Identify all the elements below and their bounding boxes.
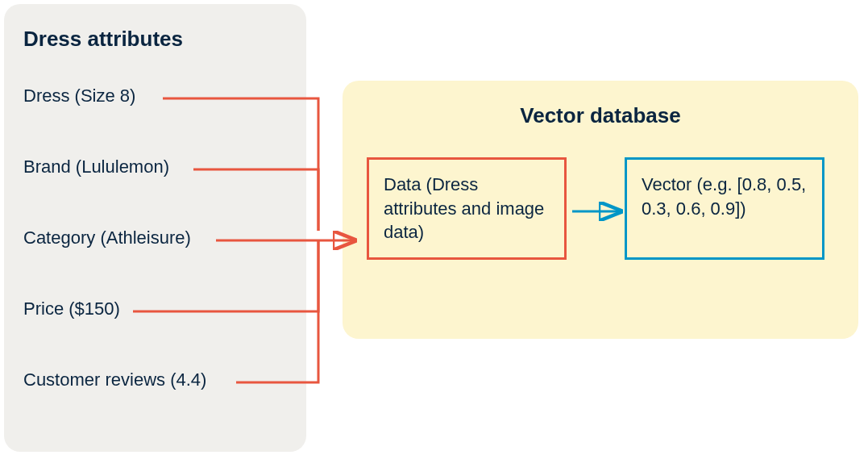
attributes-title: Dress attributes [23,27,287,52]
attr-item-reviews: Customer reviews (4.4) [23,369,287,390]
boxes-row: Data (Dress attributes and image data) V… [367,157,834,260]
attributes-panel: Dress attributes Dress (Size 8) Brand (L… [4,4,306,452]
attr-item-category: Category (Athleisure) [23,228,287,248]
data-box: Data (Dress attributes and image data) [367,157,567,260]
attr-item-brand: Brand (Lululemon) [23,157,287,177]
vector-box: Vector (e.g. [0.8, 0.5, 0.3, 0.6, 0.9]) [625,157,824,260]
attributes-list: Dress (Size 8) Brand (Lululemon) Categor… [23,86,287,390]
vector-database-title: Vector database [367,103,834,128]
vector-database-panel: Vector database Data (Dress attributes a… [343,81,858,339]
attr-item-price: Price ($150) [23,298,287,319]
attr-item-dress: Dress (Size 8) [23,86,287,106]
